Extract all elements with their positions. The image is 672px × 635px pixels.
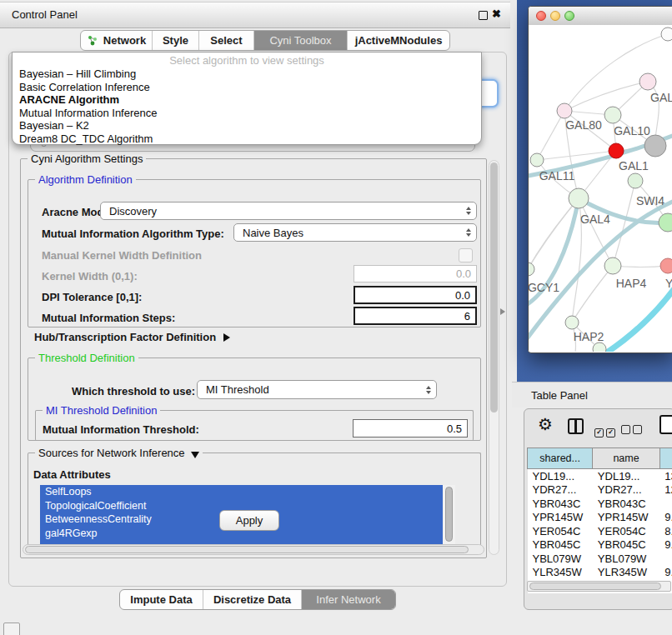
column-header-shared[interactable]: shared... bbox=[528, 448, 593, 469]
zoom-traffic-light[interactable] bbox=[564, 11, 574, 21]
node-gal80[interactable] bbox=[557, 103, 572, 118]
attribute-item[interactable]: SelfLoops bbox=[40, 485, 443, 499]
cell[interactable]: YDL19... bbox=[593, 469, 659, 483]
table-row[interactable]: YBR045CYBR045C9. bbox=[528, 538, 672, 552]
document-icon[interactable] bbox=[659, 415, 672, 434]
tab-cyni-toolbox[interactable]: Cyni Toolbox bbox=[254, 31, 348, 50]
tab-infer-network[interactable]: Infer Network bbox=[302, 590, 395, 609]
panel-divider-handle[interactable] bbox=[500, 308, 505, 315]
table-row[interactable]: YER054CYER054C8. bbox=[528, 524, 672, 538]
mi-type-combo[interactable]: Naive Bayes bbox=[233, 223, 477, 242]
cell[interactable]: 9. bbox=[659, 511, 672, 525]
node-partial-bottom[interactable] bbox=[593, 342, 606, 352]
node-hap2[interactable] bbox=[565, 316, 579, 329]
tab-network[interactable]: Network bbox=[81, 31, 153, 50]
cell[interactable]: YDR27... bbox=[593, 483, 659, 498]
scrollbar-thumb[interactable] bbox=[445, 487, 453, 542]
apply-button[interactable]: Apply bbox=[219, 510, 279, 531]
cell[interactable]: YDL19... bbox=[528, 469, 593, 483]
scrollbar-thumb[interactable] bbox=[490, 162, 498, 412]
node-gray[interactable] bbox=[644, 135, 666, 157]
node-big-green[interactable] bbox=[659, 213, 672, 232]
tab-jactivemnodules[interactable]: jActiveMNodules bbox=[348, 31, 449, 50]
deselect-all-checkboxes-icon[interactable] bbox=[621, 422, 644, 438]
cell[interactable]: YER054C bbox=[528, 524, 593, 538]
node-gal1-selected[interactable] bbox=[609, 143, 624, 158]
algorithm-dropdown-list: Select algorithm to view settings Bayesi… bbox=[12, 52, 482, 145]
cell[interactable]: 9. bbox=[659, 566, 672, 580]
node-gal11[interactable] bbox=[530, 153, 544, 167]
cell[interactable]: 12 bbox=[659, 483, 672, 498]
corner-widget-icon[interactable] bbox=[3, 622, 20, 635]
float-window-icon[interactable] bbox=[479, 11, 488, 20]
cell[interactable]: YDR27... bbox=[528, 483, 593, 498]
cell[interactable]: YLR345W bbox=[593, 566, 659, 580]
table-hscrollbar[interactable] bbox=[527, 581, 671, 592]
dropdown-item[interactable]: Bayesian – K2 bbox=[13, 119, 481, 132]
network-view-window[interactable]: GAL GAL80 GAL10 GAL1 GAL11 SWI4 GAL4 GCY… bbox=[528, 6, 672, 353]
close-traffic-light[interactable] bbox=[536, 11, 546, 21]
cell[interactable]: 8. bbox=[659, 524, 672, 538]
dpi-tolerance-field[interactable]: 0.0 bbox=[354, 286, 477, 304]
table-row[interactable]: YBL079WYBL079W bbox=[528, 552, 672, 566]
table-row[interactable]: YDL19...YDL19...13 bbox=[528, 469, 672, 483]
cell[interactable]: 13 bbox=[659, 469, 672, 483]
cell[interactable]: YBR045C bbox=[593, 538, 659, 552]
manual-kernel-checkbox[interactable] bbox=[459, 248, 473, 262]
dropdown-item-selected[interactable]: ARACNE Algorithm bbox=[13, 93, 481, 107]
cell[interactable]: YBR045C bbox=[528, 538, 593, 552]
tab-impute-data[interactable]: Impute Data bbox=[120, 590, 203, 609]
minimize-traffic-light[interactable] bbox=[550, 11, 560, 21]
cell[interactable]: YER054C bbox=[593, 524, 659, 538]
cell[interactable]: YBL079W bbox=[528, 552, 593, 566]
columns-icon[interactable] bbox=[568, 418, 584, 434]
node-gal4[interactable] bbox=[569, 188, 589, 208]
tab-select[interactable]: Select bbox=[199, 31, 254, 50]
table-row[interactable]: YBR043CYBR043C bbox=[528, 497, 672, 511]
cell[interactable]: YBR043C bbox=[528, 497, 593, 511]
network-window-titlebar[interactable] bbox=[529, 7, 672, 26]
cell[interactable]: 9. bbox=[659, 538, 672, 552]
expander-down-icon[interactable] bbox=[191, 452, 199, 458]
cell[interactable]: YBL079W bbox=[593, 552, 659, 566]
settings-vscrollbar[interactable] bbox=[489, 160, 499, 555]
tab-discretize-data[interactable]: Discretize Data bbox=[203, 590, 302, 609]
dropdown-item[interactable]: Mutual Information Inference bbox=[13, 107, 481, 120]
cell[interactable] bbox=[659, 552, 672, 566]
table-row[interactable]: YPR145WYPR145W9. bbox=[528, 511, 672, 525]
hub-definition-expander[interactable]: Hub/Transcription Factor Definition bbox=[34, 331, 230, 343]
table-row[interactable]: YDR27...YDR27...12 bbox=[528, 483, 672, 498]
close-icon[interactable]: ✖ bbox=[492, 8, 501, 20]
mi-steps-field[interactable]: 6 bbox=[354, 307, 477, 325]
scrollbar-thumb[interactable] bbox=[529, 582, 661, 590]
cell[interactable]: YPR145W bbox=[528, 511, 593, 525]
node-hap4[interactable] bbox=[604, 258, 621, 274]
settings-hscrollbar[interactable] bbox=[23, 544, 484, 555]
mi-threshold-field[interactable]: 0.5 bbox=[353, 419, 468, 438]
column-header-name[interactable]: name bbox=[593, 448, 659, 469]
select-all-checkboxes-icon[interactable]: ✓✓ bbox=[594, 422, 618, 438]
dropdown-item[interactable]: Basic Correlation Inference bbox=[13, 81, 481, 94]
kernel-width-field[interactable]: 0.0 bbox=[354, 265, 477, 282]
cell[interactable]: YPR145W bbox=[593, 511, 659, 525]
scrollbar-thumb[interactable] bbox=[25, 546, 469, 553]
which-threshold-combo[interactable]: MI Threshold bbox=[197, 380, 437, 399]
cell[interactable] bbox=[659, 497, 672, 511]
table-row[interactable]: YLR345WYLR345W9. bbox=[528, 566, 672, 580]
network-canvas[interactable]: GAL GAL80 GAL10 GAL1 GAL11 SWI4 GAL4 GCY… bbox=[529, 25, 672, 352]
dropdown-item[interactable]: Bayesian – Hill Climbing bbox=[13, 68, 481, 81]
node-gcy1[interactable] bbox=[529, 262, 534, 276]
gear-icon[interactable]: ⚙ bbox=[538, 414, 553, 434]
attribute-list-scrollbar[interactable] bbox=[443, 485, 455, 547]
node-pink-upper[interactable] bbox=[639, 73, 656, 90]
node-partial-top[interactable] bbox=[661, 28, 672, 41]
node-salmon[interactable] bbox=[660, 258, 672, 273]
node-gal10[interactable] bbox=[604, 107, 621, 123]
aracne-mode-combo[interactable]: Discovery bbox=[100, 202, 477, 220]
cell[interactable]: YLR345W bbox=[528, 566, 593, 580]
column-header-partial[interactable]: A bbox=[659, 448, 672, 469]
cell[interactable]: YBR043C bbox=[593, 497, 659, 511]
dropdown-item[interactable]: Dream8 DC_TDC Algorithm bbox=[13, 132, 481, 146]
node-swi4-small[interactable] bbox=[628, 173, 643, 188]
tab-style[interactable]: Style bbox=[153, 31, 199, 50]
